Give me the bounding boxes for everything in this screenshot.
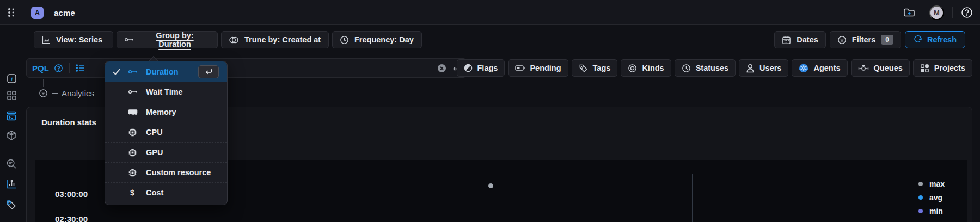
pql-divider: [69, 63, 70, 73]
menu-item-cpu[interactable]: CPU: [105, 122, 227, 142]
menu-item-memory[interactable]: Memory: [105, 102, 227, 122]
pql-help-icon[interactable]: [54, 64, 63, 73]
flag-circle-icon: [464, 64, 473, 72]
filters-button[interactable]: Filters 0: [830, 31, 901, 48]
filter-chip-tags[interactable]: Tags: [572, 59, 618, 77]
menu-item-gpu[interactable]: GPU: [105, 142, 227, 162]
filter-chip-pending[interactable]: Pending: [508, 59, 568, 77]
filter-circle-icon: [39, 89, 48, 98]
sidebar-divider: [2, 150, 21, 150]
group-by-dropdown: Duration Wait Time Memory: [105, 61, 228, 205]
gridline-vertical: [290, 174, 290, 222]
concentric-circles-icon: [628, 64, 637, 73]
menu-item-label: Memory: [146, 108, 176, 116]
max-series-datapoint[interactable]: [488, 183, 493, 188]
filter-chips-row: Flags Pending Tags Kinds: [457, 59, 972, 77]
analytics-tree-node[interactable]: Analytics: [39, 89, 94, 98]
new-folder-icon[interactable]: [903, 7, 915, 18]
search-query-icon[interactable]: [0, 158, 23, 169]
calendar-icon: [782, 35, 791, 45]
analytics-chart-icon[interactable]: [0, 178, 23, 189]
gridline-vertical: [692, 174, 693, 222]
topbar-divider: [26, 7, 26, 18]
pending-bar-icon: [515, 65, 525, 71]
cpu-chip-icon: [128, 168, 137, 177]
squares-grid-icon: [920, 64, 929, 73]
gridline-horizontal: [93, 219, 893, 219]
refresh-button[interactable]: Refresh: [905, 31, 965, 48]
app-grip-icon[interactable]: [7, 7, 16, 18]
group-by-label: Group by: Duration: [139, 31, 210, 48]
org-avatar[interactable]: A: [31, 7, 44, 19]
pql-query-input[interactable]: PQL: [26, 58, 467, 78]
area-chart-icon: [41, 35, 51, 45]
y-axis-tick: 02:30:00: [44, 214, 88, 222]
menu-item-label: CPU: [146, 128, 163, 137]
key-icon: [128, 68, 138, 76]
legend-label: min: [929, 207, 943, 215]
pipeline-valve-icon: [858, 64, 869, 72]
refresh-icon: [914, 35, 922, 44]
tag-new-icon[interactable]: [0, 200, 23, 211]
return-key-badge: [198, 65, 219, 78]
menu-item-label: GPU: [146, 148, 163, 157]
filter-chip-queues[interactable]: Queues: [851, 59, 910, 77]
dates-label: Dates: [797, 35, 818, 44]
kubernetes-icon: [799, 63, 808, 73]
filter-chip-statuses[interactable]: Statuses: [675, 59, 736, 77]
menu-item-label: Custom resource: [146, 168, 211, 177]
filter-chip-kinds[interactable]: Kinds: [621, 59, 671, 77]
query-list-icon[interactable]: [76, 64, 85, 72]
panel-title: Duration stats: [41, 118, 96, 127]
legend-item-avg[interactable]: avg: [918, 193, 945, 202]
overlap-circles-icon: [229, 36, 239, 44]
terminal-icon[interactable]: [0, 110, 23, 121]
filter-chip-users[interactable]: Users: [739, 59, 788, 77]
help-icon[interactable]: [961, 7, 973, 18]
menu-item-duration[interactable]: Duration: [105, 61, 227, 82]
legend-dot-avg: [918, 195, 923, 200]
filter-chip-flags[interactable]: Flags: [457, 59, 505, 77]
dates-button[interactable]: Dates: [774, 31, 826, 48]
menu-item-label: Duration: [146, 67, 179, 76]
chip-label: Queues: [874, 64, 903, 72]
legend-item-min[interactable]: min: [918, 207, 945, 215]
menu-item-wait-time[interactable]: Wait Time: [105, 82, 227, 102]
package-icon[interactable]: [0, 130, 23, 141]
cpu-chip-icon: [128, 148, 137, 157]
key-icon: [128, 88, 138, 96]
chip-label: Agents: [813, 64, 840, 72]
dollar-icon: $: [128, 188, 137, 198]
frequency-label: Frequency: Day: [354, 35, 414, 44]
org-name[interactable]: acme: [54, 8, 75, 17]
filters-label: Filters: [852, 35, 876, 44]
chip-label: Pending: [530, 64, 561, 72]
svg-text:i: i: [10, 76, 13, 82]
view-mode-label: View: Series: [56, 35, 102, 44]
legend-item-max[interactable]: max: [918, 180, 945, 188]
tree-dash: [52, 93, 58, 94]
analytics-label: Analytics: [62, 89, 94, 98]
menu-item-cost[interactable]: $ Cost: [105, 182, 227, 202]
refresh-label: Refresh: [927, 35, 957, 44]
clear-query-icon[interactable]: [437, 64, 446, 73]
user-avatar[interactable]: M: [929, 5, 944, 20]
frequency-button[interactable]: Frequency: Day: [332, 31, 422, 48]
topbar-divider: [952, 7, 953, 18]
topbar: A acme M: [0, 0, 980, 25]
info-panel-icon[interactable]: i: [0, 73, 23, 84]
filter-chip-projects[interactable]: Projects: [913, 59, 972, 77]
chip-label: Tags: [593, 64, 611, 72]
ram-icon: [128, 108, 138, 116]
user-icon: [746, 64, 755, 73]
svg-text:$: $: [130, 188, 134, 197]
left-sidebar: i: [0, 26, 23, 222]
key-icon: [124, 36, 134, 44]
trunc-by-button[interactable]: Trunc by: Created at: [221, 31, 329, 48]
menu-item-custom-resource[interactable]: Custom resource: [105, 162, 227, 182]
group-by-button[interactable]: Group by: Duration: [117, 31, 218, 48]
chip-label: Statuses: [696, 64, 728, 72]
view-mode-button[interactable]: View: Series: [34, 31, 113, 48]
filter-chip-agents[interactable]: Agents: [792, 59, 847, 77]
blocks-grid-icon[interactable]: [0, 90, 23, 101]
